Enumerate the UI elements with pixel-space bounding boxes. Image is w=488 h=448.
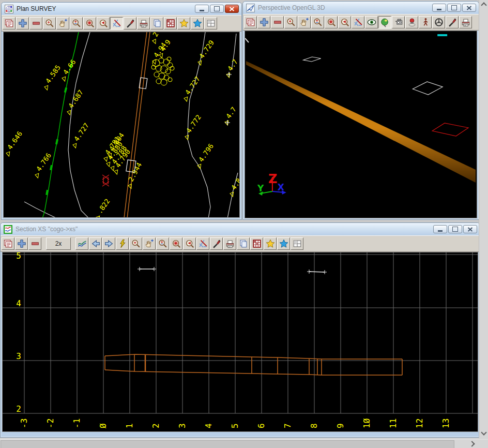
print-button[interactable] [137, 17, 150, 29]
alignment-line [124, 32, 147, 217]
plan-titlebar[interactable]: Plan SURVEY [2, 3, 241, 15]
favorite-star-yellow-button[interactable] [264, 237, 277, 250]
x-axis-label: 1Ø [362, 418, 372, 428]
section-close-button[interactable] [463, 225, 477, 233]
plan-viewport[interactable]: 4.5854.664.6874.7274.6464.766.8224.7294.… [3, 32, 240, 218]
perspective-minimize-button[interactable] [432, 4, 446, 12]
print-button[interactable] [459, 16, 472, 28]
previous-arrow-left-button[interactable] [89, 237, 102, 250]
svg-text:4.7: 4.7 [224, 106, 238, 120]
pan-button[interactable] [298, 16, 311, 28]
view-window-icon [3, 238, 13, 249]
redraw-brush-button[interactable] [124, 17, 136, 29]
vertical-scrollbar[interactable] [479, 0, 488, 438]
zoom-in-out-button[interactable] [156, 237, 169, 250]
view-window-button[interactable] [244, 16, 257, 28]
section-drawing: 5432-3-2-1Ø1234567891Ø111213 [3, 252, 478, 428]
next-arrow-right-button[interactable] [102, 237, 115, 250]
x-axis-label: 8 [309, 423, 319, 428]
section-titlebar[interactable]: Section XS "cogo->xs" [1, 223, 480, 235]
render-mode-sphere-icon [380, 17, 390, 27]
zoom-fit-button[interactable] [43, 17, 56, 29]
view-update-button[interactable] [110, 17, 123, 29]
view-update-button[interactable] [352, 16, 364, 28]
window-layout-button[interactable] [204, 17, 217, 29]
plan-close-button[interactable] [225, 5, 239, 13]
view-window-icon [4, 18, 14, 28]
print-button[interactable] [223, 237, 236, 250]
walk-tool-button[interactable] [419, 16, 432, 28]
plan-app-icon [5, 5, 13, 13]
zoom-out-button[interactable] [29, 17, 42, 29]
placement-light-button[interactable] [405, 16, 418, 28]
eye-view-button[interactable] [365, 16, 378, 28]
perspective-close-button[interactable] [462, 4, 476, 12]
contour-line [24, 202, 57, 217]
zoom-in-button[interactable] [16, 17, 29, 29]
horizontal-scroll-thumb[interactable] [1, 440, 454, 448]
profile-wave-button[interactable] [75, 237, 88, 250]
zoom-in-button[interactable] [15, 237, 28, 250]
view-window-button[interactable] [3, 17, 16, 29]
quick-draw-bolt-button[interactable] [116, 237, 129, 250]
perspective-viewport[interactable]: ZYX [245, 31, 477, 218]
redraw-brush-button[interactable] [210, 237, 223, 250]
zoom-fit-button[interactable] [284, 16, 297, 28]
copy-view-button[interactable] [237, 237, 250, 250]
pan-icon [144, 238, 155, 249]
zoom-fit-button[interactable] [129, 237, 142, 250]
section-toolbar: 2x [1, 235, 480, 252]
scroll-down-button[interactable] [479, 429, 488, 437]
redraw-brush-icon [211, 238, 222, 249]
zoom-previous-button[interactable] [183, 237, 196, 250]
window-layout-button[interactable] [291, 237, 303, 250]
scroll-up-button[interactable] [479, 0, 488, 8]
zoom-in-out-button[interactable] [311, 16, 324, 28]
view-window-icon [246, 17, 256, 27]
navigation-wheel-button[interactable] [432, 16, 445, 28]
plan-survey-window: Plan SURVEY 4.5854.664.6874.7274.6464.76… [1, 2, 242, 220]
x-axis-label: 12 [415, 419, 424, 428]
zoom-in-button[interactable] [257, 16, 270, 28]
zoom-window-button[interactable] [83, 17, 96, 29]
y-label: Y [257, 183, 264, 193]
copy-view-button[interactable] [150, 17, 163, 29]
survey-point-scribble [161, 79, 167, 85]
view-update-button[interactable] [196, 237, 209, 250]
plan-minimize-button[interactable] [195, 5, 209, 13]
zoom-previous-button[interactable] [97, 17, 110, 29]
render-mode-sphere-button[interactable] [378, 16, 391, 28]
zoom-out-button[interactable] [271, 16, 284, 28]
contour-elevation-label: 4.7 [221, 106, 238, 125]
zoom-out-icon [272, 17, 283, 27]
plan-drawing: 4.5854.664.6874.7274.6464.766.8224.7294.… [4, 32, 239, 217]
favorite-star-yellow-button[interactable] [177, 17, 190, 29]
horizontal-scrollbar[interactable] [0, 439, 488, 448]
label-triangle-marker [184, 96, 189, 101]
view-attributes-grid-button[interactable] [250, 237, 263, 250]
zoom-window-button[interactable] [170, 237, 182, 250]
view-attributes-grid-button[interactable] [164, 17, 177, 29]
plan-maximize-button[interactable] [210, 5, 224, 13]
redraw-brush-button[interactable] [446, 16, 459, 28]
perspective-maximize-button[interactable] [447, 4, 461, 12]
scroll-right-button[interactable] [467, 440, 478, 447]
zoom-previous-button[interactable] [338, 16, 351, 28]
zoom-window-button[interactable] [325, 16, 338, 28]
favorite-star-blue-button[interactable] [277, 237, 290, 250]
pan-button[interactable] [143, 237, 156, 250]
zoom-scale-button[interactable]: 2x [46, 237, 71, 250]
favorite-star-blue-button[interactable] [191, 17, 204, 29]
section-viewport[interactable]: 5432-3-2-1Ø1234567891Ø111213 [2, 252, 478, 432]
section-maximize-button[interactable] [448, 225, 462, 233]
svg-text:4.8: 4.8 [230, 177, 239, 191]
y-axis-label: 4 [16, 298, 21, 308]
pan-button[interactable] [56, 17, 69, 29]
view-window-button[interactable] [2, 237, 14, 250]
perspective-titlebar[interactable]: Perspective OpenGL 3D [243, 2, 479, 14]
section-minimize-button[interactable] [433, 225, 447, 233]
camera-animation-button[interactable] [392, 16, 405, 28]
contour-elevation-label: 4.766 [31, 152, 53, 178]
zoom-out-button[interactable] [28, 237, 41, 250]
zoom-in-out-button[interactable] [70, 17, 83, 29]
